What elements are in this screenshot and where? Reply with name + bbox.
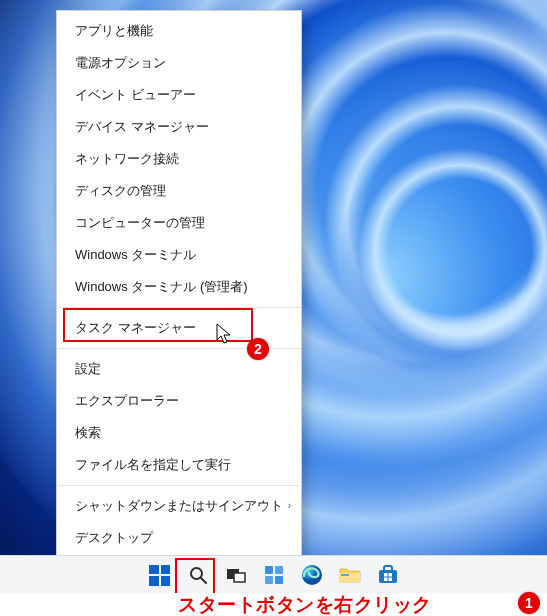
menu-label: ファイル名を指定して実行	[75, 457, 231, 472]
taskbar-task-view-button[interactable]	[220, 560, 252, 590]
menu-windows-terminal[interactable]: Windows ターミナル	[57, 239, 301, 271]
menu-disk-management[interactable]: ディスクの管理	[57, 175, 301, 207]
svg-rect-11	[379, 570, 397, 583]
menu-label: エクスプローラー	[75, 393, 179, 408]
annotation-badge-1: 1	[518, 592, 540, 614]
windows-logo-icon	[149, 565, 170, 586]
menu-apps-and-features[interactable]: アプリと機能	[57, 15, 301, 47]
file-explorer-icon	[339, 566, 361, 584]
menu-label: デバイス マネージャー	[75, 119, 209, 134]
taskbar	[0, 555, 547, 594]
svg-rect-7	[275, 576, 283, 584]
svg-line-1	[201, 578, 206, 583]
search-icon	[188, 565, 208, 585]
svg-rect-10	[341, 574, 349, 576]
menu-network-connections[interactable]: ネットワーク接続	[57, 143, 301, 175]
menu-computer-management[interactable]: コンピューターの管理	[57, 207, 301, 239]
menu-label: ディスクの管理	[75, 183, 166, 198]
menu-label: デスクトップ	[75, 530, 153, 545]
menu-label: コンピューターの管理	[75, 215, 205, 230]
menu-run[interactable]: ファイル名を指定して実行	[57, 449, 301, 481]
annotation-caption: スタートボタンを右クリック	[178, 592, 432, 616]
microsoft-store-icon	[377, 565, 399, 585]
menu-device-manager[interactable]: デバイス マネージャー	[57, 111, 301, 143]
menu-label: アプリと機能	[75, 23, 153, 38]
menu-label: Windows ターミナル (管理者)	[75, 279, 248, 294]
svg-rect-4	[265, 566, 273, 574]
menu-label: Windows ターミナル	[75, 247, 196, 262]
edge-icon	[301, 564, 323, 586]
taskbar-search-button[interactable]	[182, 560, 214, 590]
menu-separator	[58, 307, 300, 308]
task-view-icon	[226, 566, 246, 584]
menu-search[interactable]: 検索	[57, 417, 301, 449]
taskbar-store-button[interactable]	[372, 560, 404, 590]
menu-shutdown-signout[interactable]: シャットダウンまたはサインアウト ›	[57, 490, 301, 522]
chevron-right-icon: ›	[288, 497, 291, 515]
menu-label: タスク マネージャー	[75, 320, 196, 335]
menu-label: イベント ビューアー	[75, 87, 196, 102]
menu-label: 検索	[75, 425, 101, 440]
menu-event-viewer[interactable]: イベント ビューアー	[57, 79, 301, 111]
svg-rect-12	[384, 573, 388, 577]
start-context-menu: アプリと機能 電源オプション イベント ビューアー デバイス マネージャー ネッ…	[56, 10, 302, 559]
svg-rect-14	[384, 578, 388, 582]
svg-rect-5	[275, 566, 283, 574]
svg-rect-6	[265, 576, 273, 584]
menu-windows-terminal-admin[interactable]: Windows ターミナル (管理者)	[57, 271, 301, 303]
menu-label: シャットダウンまたはサインアウト	[75, 498, 283, 513]
start-button[interactable]	[144, 560, 176, 590]
menu-separator	[58, 485, 300, 486]
menu-desktop[interactable]: デスクトップ	[57, 522, 301, 554]
taskbar-file-explorer-button[interactable]	[334, 560, 366, 590]
menu-label: 設定	[75, 361, 101, 376]
svg-rect-13	[388, 573, 392, 577]
widgets-icon	[264, 565, 284, 585]
annotation-badge-2: 2	[247, 338, 269, 360]
taskbar-widgets-button[interactable]	[258, 560, 290, 590]
menu-explorer[interactable]: エクスプローラー	[57, 385, 301, 417]
svg-rect-15	[388, 578, 392, 582]
svg-rect-3	[234, 573, 245, 582]
menu-label: ネットワーク接続	[75, 151, 179, 166]
menu-power-options[interactable]: 電源オプション	[57, 47, 301, 79]
menu-label: 電源オプション	[75, 55, 166, 70]
taskbar-edge-button[interactable]	[296, 560, 328, 590]
